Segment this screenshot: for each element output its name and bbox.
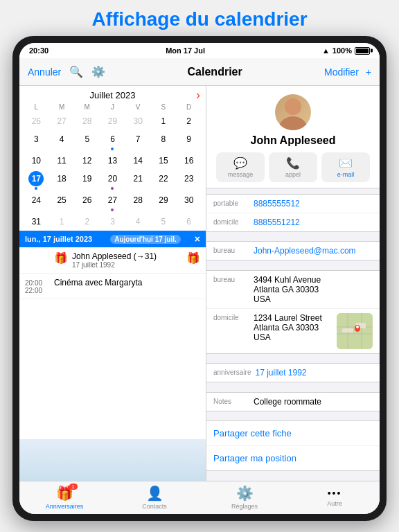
info-section-birthday: anniversaire 17 juillet 1992 <box>206 363 380 382</box>
message-action-btn[interactable]: 💬 message <box>216 152 265 182</box>
cal-cell[interactable]: 29 <box>100 112 125 130</box>
cal-cell[interactable]: 31 <box>24 213 49 231</box>
cal-cell[interactable]: 12 <box>74 152 100 170</box>
status-time: 20:30 <box>29 46 48 55</box>
cal-cell[interactable]: 2 <box>74 213 100 231</box>
cal-cell[interactable]: 4 <box>125 213 151 231</box>
cal-cell[interactable]: 30 <box>176 191 202 213</box>
event-subtitle-birthday: 17 juillet 1992 <box>72 261 182 269</box>
calendar-next-btn[interactable]: › <box>196 88 200 103</box>
cal-cell[interactable]: 4 <box>49 130 75 152</box>
bureau-email-value[interactable]: John-Appleseed@mac.com <box>254 246 373 256</box>
cal-cell[interactable]: 3 <box>24 130 49 152</box>
more-icon: ••• <box>328 488 342 499</box>
email-action-btn[interactable]: ✉️ e-mail <box>321 152 370 182</box>
cal-cell[interactable]: 24 <box>24 191 49 213</box>
cal-cell[interactable]: 6 <box>100 130 125 152</box>
cal-cell[interactable]: 27 <box>100 191 125 213</box>
event-item-birthday[interactable]: 🎁 John Appleseed (→31) 17 juillet 1992 🎁 <box>19 247 206 274</box>
cal-cell[interactable]: 3 <box>100 213 125 231</box>
cal-cell[interactable]: 20 <box>100 170 125 191</box>
cal-cell[interactable]: 30 <box>125 112 151 130</box>
blur-area <box>19 439 206 481</box>
birthday-value[interactable]: 17 juillet 1992 <box>255 368 373 378</box>
cal-cell[interactable]: 8 <box>151 130 177 152</box>
tab-autre[interactable]: ••• Autre <box>290 488 380 507</box>
cal-cell[interactable]: 14 <box>125 152 151 170</box>
cal-cell[interactable]: 26 <box>24 112 49 130</box>
status-date: Mon 17 Jul <box>166 46 205 55</box>
cal-cell[interactable]: 18 <box>49 170 75 191</box>
cal-cell[interactable]: 22 <box>151 170 177 191</box>
info-section-email: bureau John-Appleseed@mac.com <box>206 241 380 260</box>
cal-cell[interactable]: 5 <box>74 130 100 152</box>
cal-cell[interactable]: 28 <box>125 191 151 213</box>
notes-label: Notes <box>213 397 249 405</box>
bureau-email-label: bureau <box>213 246 249 254</box>
cal-cell[interactable]: 11 <box>49 152 75 170</box>
domicile-addr-value[interactable]: 1234 Laurel Street Atlanta GA 30303 USA <box>254 313 332 342</box>
message-icon: 💬 <box>233 157 247 170</box>
gear-icon[interactable]: ⚙️ <box>91 65 105 78</box>
cal-cell[interactable]: 7 <box>125 130 151 152</box>
info-section-phone: portable 8885555512 domicile 8885551212 <box>206 194 380 232</box>
cal-cell[interactable]: 2 <box>176 112 202 130</box>
cal-cell[interactable]: 16 <box>176 152 202 170</box>
tab-contacts[interactable]: 👤 Contacts <box>109 485 200 510</box>
modify-button[interactable]: Modifier <box>324 66 359 78</box>
cal-cell[interactable]: 6 <box>176 213 202 231</box>
day-header-d: D <box>176 102 202 112</box>
day-header-v: V <box>125 102 151 112</box>
cal-cell[interactable]: 21 <box>125 170 151 191</box>
event-item-cinema[interactable]: 20:00 22:00 Cinéma avec Margaryta <box>19 274 206 299</box>
cal-cell[interactable]: 10 <box>24 152 49 170</box>
cal-week-1: 26 27 28 29 30 1 2 <box>24 112 202 130</box>
screen: 20:30 Mon 17 Jul ▲ 100% Annuler 🔍 ⚙️ Cal… <box>19 43 380 514</box>
share-contact-link[interactable]: Partager cette fiche <box>206 421 380 446</box>
day-header-m2: M <box>74 102 100 112</box>
map-thumbnail[interactable] <box>337 313 373 349</box>
right-panel: John Appleseed 💬 message 📞 appel ✉️ e- <box>206 86 380 481</box>
bureau-addr-value[interactable]: 3494 Kuhl Avenue Atlanta GA 30303 USA <box>254 275 373 304</box>
tab-anniversaires[interactable]: 🎁 1 Anniversaires <box>19 485 109 510</box>
tab-anniversaires-label: Anniversaires <box>46 503 84 510</box>
phone-icon: 📞 <box>286 157 300 170</box>
domicile-phone-value[interactable]: 8885551212 <box>254 218 373 227</box>
event-bar-close-btn[interactable]: × <box>195 233 200 245</box>
battery-icon <box>355 47 370 55</box>
cal-cell[interactable]: 13 <box>100 152 125 170</box>
tab-anniversaires-icon-wrap: 🎁 1 <box>56 485 73 502</box>
call-action-btn[interactable]: 📞 appel <box>269 152 317 182</box>
cancel-button[interactable]: Annuler <box>28 66 61 78</box>
portable-value[interactable]: 8885555512 <box>254 199 373 209</box>
event-time-cinema: 20:00 22:00 <box>25 278 50 294</box>
page-title: Affichage du calendrier <box>0 0 399 36</box>
email-icon: ✉️ <box>339 157 353 170</box>
tab-reglages[interactable]: ⚙️ Réglages <box>200 485 290 510</box>
cal-cell[interactable]: 1 <box>49 213 75 231</box>
domicile-addr-label: domicile <box>213 313 249 321</box>
cal-cell[interactable]: 25 <box>49 191 75 213</box>
cal-cell[interactable]: 26 <box>74 191 100 213</box>
search-icon[interactable]: 🔍 <box>69 65 83 78</box>
cal-cell[interactable]: 19 <box>74 170 100 191</box>
cal-cell[interactable]: 28 <box>74 112 100 130</box>
event-day-bar: lun., 17 juillet 2023 Aujourd'hui 17 jui… <box>19 231 206 247</box>
cal-cell[interactable]: 9 <box>176 130 202 152</box>
status-bar: 20:30 Mon 17 Jul ▲ 100% <box>19 43 380 58</box>
device-frame: 20:30 Mon 17 Jul ▲ 100% Annuler 🔍 ⚙️ Cal… <box>12 36 387 521</box>
info-row-domicile-phone: domicile 8885551212 <box>206 213 380 231</box>
tab-reglages-label: Réglages <box>231 503 258 510</box>
cal-cell[interactable]: 27 <box>49 112 75 130</box>
cal-cell[interactable]: 5 <box>151 213 177 231</box>
contacts-icon: 👤 <box>146 485 163 502</box>
cal-cell[interactable]: 29 <box>151 191 177 213</box>
cal-cell-today[interactable]: 17 <box>24 170 49 191</box>
cal-cell[interactable]: 15 <box>151 152 177 170</box>
nav-left: Annuler 🔍 ⚙️ <box>28 65 105 78</box>
cal-cell[interactable]: 1 <box>151 112 177 130</box>
add-button[interactable]: + <box>366 66 371 78</box>
share-location-link[interactable]: Partager ma position <box>206 446 380 470</box>
cal-cell[interactable]: 23 <box>176 170 202 191</box>
section-divider-4 <box>206 382 380 386</box>
